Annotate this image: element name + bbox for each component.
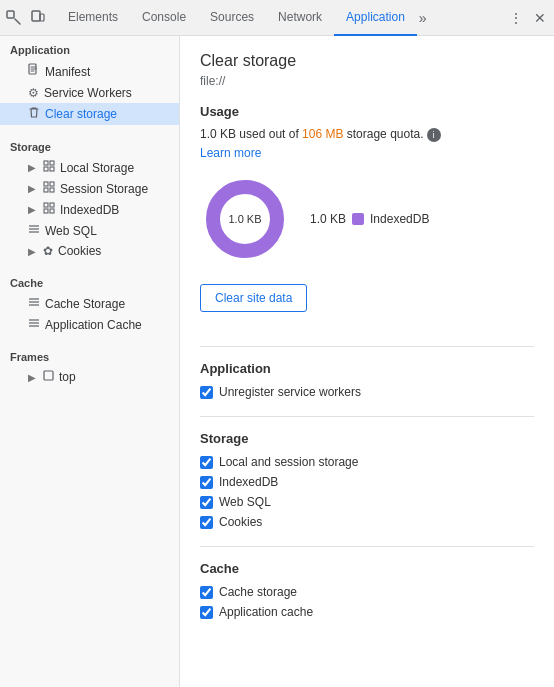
info-icon[interactable]: i: [427, 128, 441, 142]
sidebar-section-cache: Cache: [0, 269, 179, 293]
settings-icon[interactable]: ⋮: [506, 8, 526, 28]
usage-section-title: Usage: [200, 104, 534, 119]
manifest-icon: [28, 63, 40, 80]
expand-icon: ▶: [28, 162, 36, 173]
checkbox-cookies-label: Cookies: [219, 515, 262, 529]
storage-subsection-title: Storage: [200, 431, 534, 446]
divider-2: [200, 416, 534, 417]
tab-elements[interactable]: Elements: [56, 0, 130, 36]
svg-rect-9: [50, 182, 54, 186]
page-url: file://: [200, 74, 534, 88]
sidebar-item-service-workers[interactable]: ⚙ Service Workers: [0, 83, 179, 103]
sidebar-section-storage: Storage: [0, 133, 179, 157]
application-checkboxes: Unregister service workers: [200, 382, 534, 402]
local-storage-icon: [43, 160, 55, 175]
checkbox-web-sql-input[interactable]: [200, 496, 213, 509]
service-workers-label: Service Workers: [44, 86, 132, 100]
page-title: Clear storage: [200, 52, 534, 70]
svg-rect-25: [44, 371, 53, 380]
sidebar-item-session-storage[interactable]: ▶ Session Storage: [0, 178, 179, 199]
chart-legend: 1.0 KB IndexedDB: [310, 212, 429, 226]
svg-rect-5: [50, 161, 54, 165]
divider-1: [200, 346, 534, 347]
web-sql-label: Web SQL: [45, 224, 97, 238]
sidebar-item-cookies[interactable]: ▶ ✿ Cookies: [0, 241, 179, 261]
checkbox-indexeddb-input[interactable]: [200, 476, 213, 489]
checkbox-local-session[interactable]: Local and session storage: [200, 452, 534, 472]
checkbox-cache-storage[interactable]: Cache storage: [200, 582, 534, 602]
sidebar-item-top[interactable]: ▶ top: [0, 367, 179, 387]
donut-center-label: 1.0 KB: [228, 213, 261, 225]
application-cache-icon: [28, 317, 40, 332]
quota-highlight: 106 MB: [302, 127, 343, 141]
sidebar-item-local-storage[interactable]: ▶ Local Storage: [0, 157, 179, 178]
checkbox-local-session-label: Local and session storage: [219, 455, 358, 469]
svg-rect-2: [40, 14, 44, 21]
storage-checkboxes: Local and session storage IndexedDB Web …: [200, 452, 534, 532]
sidebar-item-clear-storage[interactable]: Clear storage: [0, 103, 179, 125]
checkbox-cookies-input[interactable]: [200, 516, 213, 529]
clear-site-data-button[interactable]: Clear site data: [200, 284, 307, 312]
svg-rect-15: [50, 209, 54, 213]
checkbox-web-sql[interactable]: Web SQL: [200, 492, 534, 512]
tab-application[interactable]: Application: [334, 0, 417, 36]
checkbox-application-cache-input[interactable]: [200, 606, 213, 619]
expand-icon: ▶: [28, 204, 36, 215]
svg-rect-0: [7, 11, 14, 18]
expand-icon: ▶: [28, 183, 36, 194]
main-layout: Application Manifest ⚙ Service Workers C…: [0, 36, 554, 687]
cache-storage-label: Cache Storage: [45, 297, 125, 311]
window-controls: ⋮ ✕: [506, 8, 550, 28]
manifest-label: Manifest: [45, 65, 90, 79]
tab-console[interactable]: Console: [130, 0, 198, 36]
close-icon[interactable]: ✕: [530, 8, 550, 28]
donut-chart: 1.0 KB: [200, 174, 290, 264]
svg-rect-12: [44, 203, 48, 207]
sidebar-item-indexeddb[interactable]: ▶ IndexedDB: [0, 199, 179, 220]
svg-rect-13: [50, 203, 54, 207]
sidebar-item-manifest[interactable]: Manifest: [0, 60, 179, 83]
sidebar-item-web-sql[interactable]: Web SQL: [0, 220, 179, 241]
tab-network[interactable]: Network: [266, 0, 334, 36]
cache-storage-icon: [28, 296, 40, 311]
cache-checkboxes: Cache storage Application cache: [200, 582, 534, 622]
svg-rect-7: [50, 167, 54, 171]
tab-bar: Elements Console Sources Network Applica…: [0, 0, 554, 36]
web-sql-icon: [28, 223, 40, 238]
svg-rect-11: [50, 188, 54, 192]
sidebar-section-application: Application: [0, 36, 179, 60]
sidebar-item-cache-storage[interactable]: Cache Storage: [0, 293, 179, 314]
indexeddb-icon: [43, 202, 55, 217]
device-icon[interactable]: [28, 8, 48, 28]
checkbox-local-session-input[interactable]: [200, 456, 213, 469]
clear-storage-icon: [28, 106, 40, 122]
checkbox-indexeddb[interactable]: IndexedDB: [200, 472, 534, 492]
sidebar: Application Manifest ⚙ Service Workers C…: [0, 36, 180, 687]
checkbox-cache-storage-input[interactable]: [200, 586, 213, 599]
checkbox-indexeddb-label: IndexedDB: [219, 475, 278, 489]
sidebar-item-application-cache[interactable]: Application Cache: [0, 314, 179, 335]
local-storage-label: Local Storage: [60, 161, 134, 175]
checkbox-application-cache[interactable]: Application cache: [200, 602, 534, 622]
learn-more-link[interactable]: Learn more: [200, 146, 534, 160]
legend-size: 1.0 KB: [310, 212, 346, 226]
session-storage-label: Session Storage: [60, 182, 148, 196]
svg-rect-8: [44, 182, 48, 186]
checkbox-application-cache-label: Application cache: [219, 605, 313, 619]
legend-item-indexeddb: 1.0 KB IndexedDB: [310, 212, 429, 226]
more-tabs-icon[interactable]: »: [419, 10, 427, 26]
checkbox-unregister-sw-input[interactable]: [200, 386, 213, 399]
devtools-icons: [4, 8, 48, 28]
sidebar-section-frames: Frames: [0, 343, 179, 367]
cookies-label: Cookies: [58, 244, 101, 258]
legend-label-indexeddb: IndexedDB: [370, 212, 429, 226]
inspect-icon[interactable]: [4, 8, 24, 28]
legend-color-indexeddb: [352, 213, 364, 225]
clear-storage-label: Clear storage: [45, 107, 117, 121]
checkbox-cookies[interactable]: Cookies: [200, 512, 534, 532]
session-storage-icon: [43, 181, 55, 196]
tab-sources[interactable]: Sources: [198, 0, 266, 36]
application-subsection-title: Application: [200, 361, 534, 376]
svg-rect-10: [44, 188, 48, 192]
checkbox-unregister-sw[interactable]: Unregister service workers: [200, 382, 534, 402]
